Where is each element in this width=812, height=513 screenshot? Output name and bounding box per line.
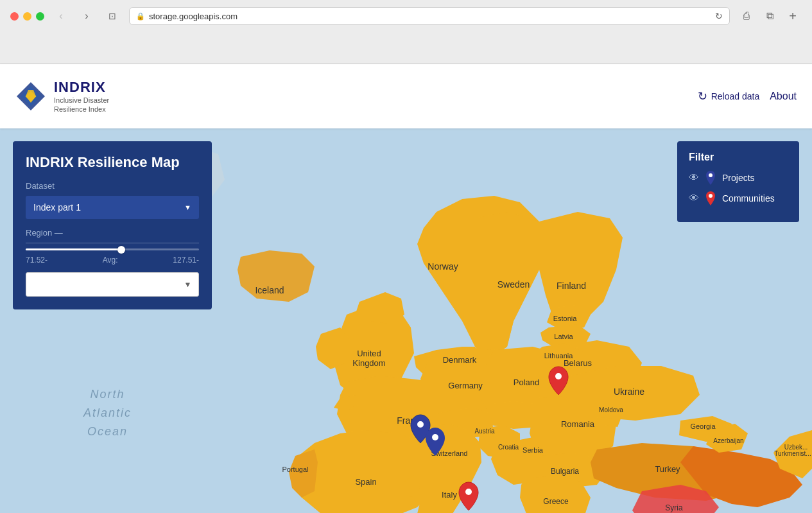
range-avg-label: Avg: — [103, 256, 118, 265]
projects-label: Projects — [722, 173, 755, 183]
communities-label: Communities — [722, 193, 775, 204]
svg-text:Italy: Italy — [442, 490, 457, 500]
share-button[interactable]: ⎙ — [738, 7, 756, 25]
forward-button[interactable]: › — [78, 7, 96, 25]
logo-text: INDRIX Inclusive Disaster Resilience Ind… — [54, 79, 109, 114]
dataset-select[interactable]: Index part 1 — [26, 196, 199, 219]
svg-text:Syria: Syria — [665, 503, 683, 512]
svg-text:Denmark: Denmark — [443, 355, 477, 365]
minimize-button[interactable] — [23, 12, 31, 21]
url-text: storage.googleapis.com — [149, 12, 238, 21]
svg-text:United: United — [357, 349, 381, 358]
svg-text:Latvia: Latvia — [554, 333, 573, 340]
second-select[interactable] — [26, 272, 199, 297]
reload-icon: ↻ — [698, 89, 707, 103]
lock-icon: 🔒 — [136, 12, 145, 21]
browser-toolbar-right: ⎙ ⧉ + — [738, 7, 802, 25]
svg-text:Moldova: Moldova — [599, 406, 623, 413]
address-bar[interactable]: 🔒 storage.googleapis.com ↻ — [129, 7, 730, 25]
svg-text:Turkey: Turkey — [655, 464, 680, 474]
svg-point-43 — [709, 173, 713, 177]
second-select-wrapper: ▼ — [26, 272, 199, 297]
dataset-label: Dataset — [26, 181, 199, 191]
logo-icon — [15, 81, 46, 112]
svg-text:Ukraine: Ukraine — [614, 387, 644, 397]
svg-text:Kingdom: Kingdom — [352, 358, 385, 368]
svg-text:Bulgaria: Bulgaria — [551, 467, 579, 476]
app-header: INDRIX Inclusive Disaster Resilience Ind… — [0, 64, 812, 128]
logo-area: INDRIX Inclusive Disaster Resilience Ind… — [15, 79, 109, 114]
range-labels: 71.52- Avg: 127.51- — [26, 256, 199, 265]
app-title: INDRIX — [54, 79, 109, 96]
svg-point-44 — [709, 194, 713, 198]
svg-point-41 — [465, 489, 472, 495]
svg-text:Iceland: Iceland — [255, 285, 284, 295]
svg-text:Croatia: Croatia — [498, 444, 519, 451]
svg-text:Estonia: Estonia — [553, 315, 578, 322]
projects-eye-icon[interactable]: 👁 — [689, 172, 699, 184]
range-avg: 127.51- — [173, 256, 199, 265]
svg-text:Austria: Austria — [474, 428, 495, 435]
slider-fill — [26, 248, 121, 250]
panel-title: INDRIX Resilience Map — [26, 154, 199, 171]
svg-text:Greece: Greece — [543, 497, 569, 506]
svg-text:Uzbek...: Uzbek... — [784, 444, 808, 451]
reload-data-button[interactable]: ↻ Reload data — [698, 89, 760, 103]
communities-filter-item[interactable]: 👁 Communities — [689, 191, 788, 205]
region-divider — [26, 243, 199, 243]
svg-text:Belarus: Belarus — [564, 358, 592, 368]
svg-text:Romania: Romania — [561, 419, 595, 429]
svg-text:Portugal: Portugal — [282, 465, 309, 473]
svg-point-38 — [417, 421, 424, 428]
filter-panel: Filter 👁 Projects 👁 Communities — [677, 141, 799, 222]
region-label: Region — — [26, 228, 199, 238]
fullscreen-button[interactable] — [36, 12, 44, 21]
svg-text:Germany: Germany — [448, 381, 483, 390]
blue-pin-icon — [705, 171, 716, 185]
communities-eye-icon[interactable]: 👁 — [689, 193, 699, 204]
browser-chrome: ‹ › ⊡ 🔒 storage.googleapis.com ↻ ⎙ ⧉ + — [0, 0, 812, 64]
svg-point-40 — [555, 373, 562, 379]
svg-text:Poland: Poland — [514, 378, 539, 387]
svg-text:Sweden: Sweden — [497, 279, 530, 290]
filter-title: Filter — [689, 152, 788, 163]
projects-filter-item[interactable]: 👁 Projects — [689, 171, 788, 185]
range-slider[interactable] — [26, 248, 199, 250]
back-button[interactable]: ‹ — [52, 7, 70, 25]
control-panel: INDRIX Resilience Map Dataset Index part… — [13, 141, 212, 309]
new-tab-button[interactable]: + — [784, 7, 802, 25]
dataset-select-wrapper: Index part 1 — [26, 196, 199, 219]
map-container: Sweden Finland Norway Denmark United Kin… — [0, 128, 812, 513]
svg-text:Lithuania: Lithuania — [544, 352, 574, 360]
svg-text:Georgia: Georgia — [690, 422, 716, 430]
traffic-lights — [10, 12, 44, 21]
app-subtitle: Inclusive Disaster Resilience Index — [54, 96, 109, 114]
svg-text:Norway: Norway — [428, 261, 458, 272]
duplicate-button[interactable]: ⧉ — [761, 7, 779, 25]
svg-text:Turkmenist...: Turkmenist... — [774, 450, 811, 457]
close-button[interactable] — [10, 12, 19, 21]
svg-point-39 — [432, 434, 438, 440]
slider-thumb[interactable] — [117, 246, 125, 254]
tab-resize-button[interactable]: ⊡ — [103, 7, 121, 25]
about-button[interactable]: About — [770, 91, 797, 102]
red-pin-icon — [705, 191, 716, 205]
svg-text:Azerbaijan: Azerbaijan — [713, 437, 743, 444]
range-min: 71.52- — [26, 256, 48, 265]
svg-text:Spain: Spain — [355, 477, 376, 487]
svg-text:Finland: Finland — [557, 281, 586, 291]
svg-text:Serbia: Serbia — [523, 446, 544, 454]
header-right: ↻ Reload data About — [698, 89, 797, 103]
reload-icon[interactable]: ↻ — [715, 11, 723, 21]
